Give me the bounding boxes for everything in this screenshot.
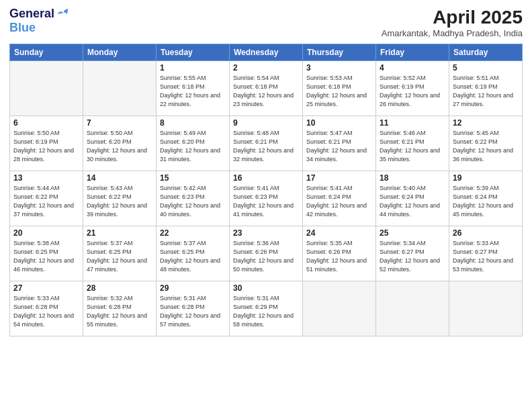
day-number: 18 xyxy=(380,173,445,183)
logo-icon xyxy=(56,7,69,21)
calendar-cell: 28Sunrise: 5:32 AMSunset: 6:28 PMDayligh… xyxy=(83,281,157,336)
day-number: 13 xyxy=(13,173,79,183)
sun-info: Sunrise: 5:42 AMSunset: 6:23 PMDaylight:… xyxy=(160,184,226,219)
calendar-cell: 24Sunrise: 5:35 AMSunset: 6:26 PMDayligh… xyxy=(303,226,376,281)
sun-info: Sunrise: 5:35 AMSunset: 6:26 PMDaylight:… xyxy=(306,239,372,274)
day-number: 8 xyxy=(160,118,226,128)
sun-info: Sunrise: 5:53 AMSunset: 6:18 PMDaylight:… xyxy=(306,74,372,109)
day-number: 27 xyxy=(13,283,79,293)
svg-marker-0 xyxy=(64,8,69,13)
calendar-cell xyxy=(376,281,449,336)
day-number: 21 xyxy=(87,228,152,238)
calendar-cell: 19Sunrise: 5:39 AMSunset: 6:24 PMDayligh… xyxy=(449,171,523,226)
sun-info: Sunrise: 5:34 AMSunset: 6:27 PMDaylight:… xyxy=(380,239,445,274)
day-number: 14 xyxy=(87,173,152,183)
sun-info: Sunrise: 5:51 AMSunset: 6:19 PMDaylight:… xyxy=(453,74,519,109)
day-number: 19 xyxy=(453,173,519,183)
sun-info: Sunrise: 5:43 AMSunset: 6:22 PMDaylight:… xyxy=(87,184,152,219)
sun-info: Sunrise: 5:55 AMSunset: 6:18 PMDaylight:… xyxy=(160,74,226,109)
day-header-tuesday: Tuesday xyxy=(157,44,230,61)
calendar-cell: 20Sunrise: 5:38 AMSunset: 6:25 PMDayligh… xyxy=(10,226,83,281)
day-number: 7 xyxy=(87,118,152,128)
calendar-cell: 26Sunrise: 5:33 AMSunset: 6:27 PMDayligh… xyxy=(449,226,523,281)
sun-info: Sunrise: 5:52 AMSunset: 6:19 PMDaylight:… xyxy=(380,74,445,109)
calendar-cell: 15Sunrise: 5:42 AMSunset: 6:23 PMDayligh… xyxy=(157,171,230,226)
logo-text: General xyxy=(9,7,69,21)
calendar-cell: 22Sunrise: 5:37 AMSunset: 6:25 PMDayligh… xyxy=(157,226,230,281)
calendar-cell: 11Sunrise: 5:46 AMSunset: 6:21 PMDayligh… xyxy=(376,116,449,171)
calendar-cell xyxy=(10,61,83,116)
day-number: 5 xyxy=(453,63,519,73)
calendar-cell: 2Sunrise: 5:54 AMSunset: 6:18 PMDaylight… xyxy=(230,61,303,116)
day-number: 22 xyxy=(160,228,226,238)
sun-info: Sunrise: 5:54 AMSunset: 6:18 PMDaylight:… xyxy=(233,74,299,109)
day-header-monday: Monday xyxy=(83,44,157,61)
sun-info: Sunrise: 5:39 AMSunset: 6:24 PMDaylight:… xyxy=(453,184,519,219)
calendar-cell: 21Sunrise: 5:37 AMSunset: 6:25 PMDayligh… xyxy=(83,226,157,281)
sun-info: Sunrise: 5:37 AMSunset: 6:25 PMDaylight:… xyxy=(160,239,226,274)
calendar-cell: 6Sunrise: 5:50 AMSunset: 6:19 PMDaylight… xyxy=(10,116,83,171)
logo-general: General xyxy=(9,7,54,21)
sun-info: Sunrise: 5:31 AMSunset: 6:28 PMDaylight:… xyxy=(160,294,226,329)
calendar-week-4: 20Sunrise: 5:38 AMSunset: 6:25 PMDayligh… xyxy=(10,226,523,281)
calendar-cell: 12Sunrise: 5:45 AMSunset: 6:22 PMDayligh… xyxy=(449,116,523,171)
calendar-week-5: 27Sunrise: 5:33 AMSunset: 6:28 PMDayligh… xyxy=(10,281,523,336)
header: General Blue April 2025 Amarkantak, Madh… xyxy=(9,7,523,38)
day-number: 2 xyxy=(233,63,299,73)
month-year: April 2025 xyxy=(382,7,523,28)
calendar-cell: 13Sunrise: 5:44 AMSunset: 6:22 PMDayligh… xyxy=(10,171,83,226)
calendar-cell: 4Sunrise: 5:52 AMSunset: 6:19 PMDaylight… xyxy=(376,61,449,116)
sun-info: Sunrise: 5:40 AMSunset: 6:24 PMDaylight:… xyxy=(380,184,445,219)
calendar-week-3: 13Sunrise: 5:44 AMSunset: 6:22 PMDayligh… xyxy=(10,171,523,226)
day-number: 15 xyxy=(160,173,226,183)
calendar-cell xyxy=(303,281,376,336)
calendar-cell: 16Sunrise: 5:41 AMSunset: 6:23 PMDayligh… xyxy=(230,171,303,226)
calendar-cell: 23Sunrise: 5:36 AMSunset: 6:26 PMDayligh… xyxy=(230,226,303,281)
day-header-saturday: Saturday xyxy=(449,44,523,61)
day-number: 17 xyxy=(306,173,372,183)
sun-info: Sunrise: 5:44 AMSunset: 6:22 PMDaylight:… xyxy=(13,184,79,219)
day-number: 30 xyxy=(233,283,299,293)
calendar-cell: 18Sunrise: 5:40 AMSunset: 6:24 PMDayligh… xyxy=(376,171,449,226)
sun-info: Sunrise: 5:46 AMSunset: 6:21 PMDaylight:… xyxy=(380,129,445,164)
calendar-cell: 5Sunrise: 5:51 AMSunset: 6:19 PMDaylight… xyxy=(449,61,523,116)
sun-info: Sunrise: 5:47 AMSunset: 6:21 PMDaylight:… xyxy=(306,129,372,164)
calendar-cell: 3Sunrise: 5:53 AMSunset: 6:18 PMDaylight… xyxy=(303,61,376,116)
day-header-wednesday: Wednesday xyxy=(230,44,303,61)
day-number: 12 xyxy=(453,118,519,128)
day-number: 6 xyxy=(13,118,79,128)
sun-info: Sunrise: 5:33 AMSunset: 6:27 PMDaylight:… xyxy=(453,239,519,274)
sun-info: Sunrise: 5:41 AMSunset: 6:24 PMDaylight:… xyxy=(306,184,372,219)
calendar-week-2: 6Sunrise: 5:50 AMSunset: 6:19 PMDaylight… xyxy=(10,116,523,171)
calendar-header-row: SundayMondayTuesdayWednesdayThursdayFrid… xyxy=(10,44,523,61)
day-number: 3 xyxy=(306,63,372,73)
calendar-cell: 10Sunrise: 5:47 AMSunset: 6:21 PMDayligh… xyxy=(303,116,376,171)
logo-blue-text: Blue xyxy=(9,21,36,35)
location: Amarkantak, Madhya Pradesh, India xyxy=(382,28,523,38)
calendar-week-1: 1Sunrise: 5:55 AMSunset: 6:18 PMDaylight… xyxy=(10,61,523,116)
calendar-cell: 8Sunrise: 5:49 AMSunset: 6:20 PMDaylight… xyxy=(157,116,230,171)
sun-info: Sunrise: 5:49 AMSunset: 6:20 PMDaylight:… xyxy=(160,129,226,164)
day-number: 24 xyxy=(306,228,372,238)
sun-info: Sunrise: 5:33 AMSunset: 6:28 PMDaylight:… xyxy=(13,294,79,329)
calendar-cell: 7Sunrise: 5:50 AMSunset: 6:20 PMDaylight… xyxy=(83,116,157,171)
page: General Blue April 2025 Amarkantak, Madh… xyxy=(0,0,532,411)
calendar-cell: 1Sunrise: 5:55 AMSunset: 6:18 PMDaylight… xyxy=(157,61,230,116)
day-number: 20 xyxy=(13,228,79,238)
day-number: 1 xyxy=(160,63,226,73)
day-number: 16 xyxy=(233,173,299,183)
day-number: 11 xyxy=(380,118,445,128)
sun-info: Sunrise: 5:50 AMSunset: 6:20 PMDaylight:… xyxy=(87,129,152,164)
day-number: 29 xyxy=(160,283,226,293)
sun-info: Sunrise: 5:32 AMSunset: 6:28 PMDaylight:… xyxy=(87,294,152,329)
calendar-cell: 17Sunrise: 5:41 AMSunset: 6:24 PMDayligh… xyxy=(303,171,376,226)
sun-info: Sunrise: 5:36 AMSunset: 6:26 PMDaylight:… xyxy=(233,239,299,274)
day-number: 26 xyxy=(453,228,519,238)
title-block: April 2025 Amarkantak, Madhya Pradesh, I… xyxy=(382,7,523,38)
sun-info: Sunrise: 5:50 AMSunset: 6:19 PMDaylight:… xyxy=(13,129,79,164)
calendar-cell: 25Sunrise: 5:34 AMSunset: 6:27 PMDayligh… xyxy=(376,226,449,281)
calendar-cell: 30Sunrise: 5:31 AMSunset: 6:29 PMDayligh… xyxy=(230,281,303,336)
calendar-cell xyxy=(449,281,523,336)
day-number: 23 xyxy=(233,228,299,238)
sun-info: Sunrise: 5:31 AMSunset: 6:29 PMDaylight:… xyxy=(233,294,299,329)
